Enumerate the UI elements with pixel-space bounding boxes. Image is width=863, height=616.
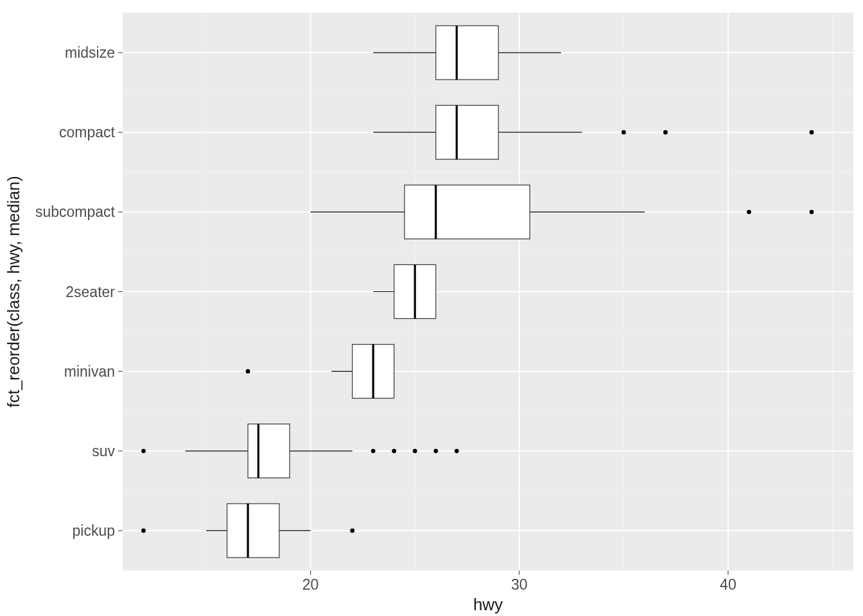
- outlier-point: [455, 449, 459, 453]
- iqr-box: [436, 26, 499, 80]
- outlier-point: [663, 130, 668, 135]
- y-axis-title: fct_reorder(class, hwy, median): [4, 176, 23, 407]
- outlier-point: [810, 130, 814, 135]
- outlier-point: [747, 210, 751, 214]
- outlier-point: [246, 369, 250, 373]
- x-tick-label: 40: [720, 576, 737, 593]
- outlier-point: [622, 130, 626, 135]
- iqr-box: [227, 504, 279, 558]
- iqr-box: [248, 424, 290, 478]
- y-tick-label: pickup: [73, 522, 115, 539]
- outlier-point: [810, 210, 814, 214]
- outlier-point: [141, 529, 146, 533]
- y-tick-label: midsize: [65, 44, 115, 61]
- y-tick-label: suv: [92, 443, 115, 459]
- y-tick-label: 2seater: [65, 284, 115, 300]
- outlier-point: [350, 529, 354, 533]
- chart-svg: 203040midsizecompactsubcompact2seatermin…: [0, 0, 863, 616]
- boxplot-chart: 203040midsizecompactsubcompact2seatermin…: [0, 0, 863, 616]
- outlier-point: [392, 449, 396, 453]
- outlier-point: [413, 449, 417, 453]
- iqr-box: [436, 105, 499, 159]
- x-tick-label: 30: [511, 576, 528, 593]
- y-tick-label: subcompact: [35, 203, 116, 220]
- y-tick-label: minivan: [64, 363, 115, 380]
- outlier-point: [371, 449, 376, 453]
- x-axis-title: hwy: [473, 595, 503, 614]
- x-tick-label: 20: [302, 576, 319, 593]
- outlier-point: [141, 449, 146, 453]
- outlier-point: [433, 449, 438, 453]
- iqr-box: [405, 185, 530, 239]
- y-tick-label: compact: [59, 124, 116, 141]
